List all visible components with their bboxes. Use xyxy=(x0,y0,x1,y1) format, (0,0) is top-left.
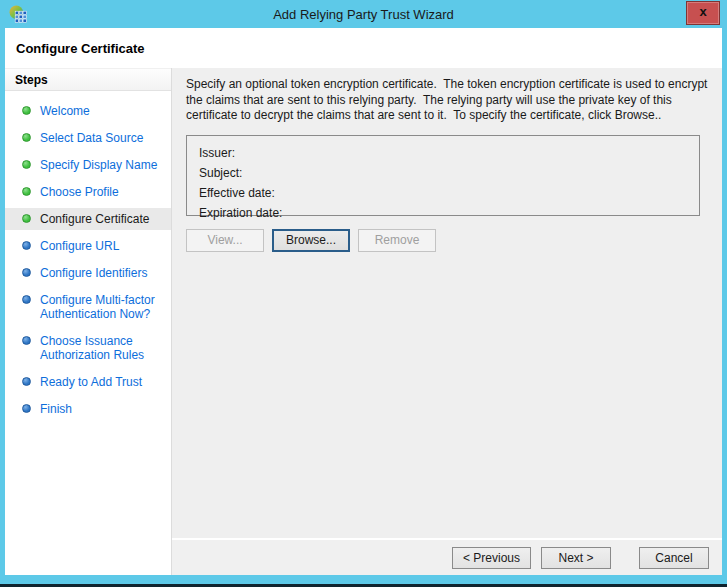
content-pane: Specify an optional token encryption cer… xyxy=(171,68,722,575)
sidebar-item-configure-identifiers: Configure Identifiers xyxy=(5,262,171,284)
sidebar-item-configure-mfa: Configure Multi-factor Authentication No… xyxy=(5,289,171,325)
step-complete-icon xyxy=(22,133,31,142)
steps-list: Welcome Select Data Source Specify Displ… xyxy=(5,91,171,425)
step-upcoming-icon xyxy=(22,377,31,386)
view-button: View... xyxy=(186,229,264,252)
cancel-button[interactable]: Cancel xyxy=(639,547,709,569)
step-upcoming-icon xyxy=(22,336,31,345)
close-icon: x xyxy=(699,4,706,19)
wizard-window: Add Relying Party Trust Wizard x Configu… xyxy=(0,0,727,587)
step-complete-icon xyxy=(22,106,31,115)
step-upcoming-icon xyxy=(22,268,31,277)
description-text: Specify an optional token encryption cer… xyxy=(186,77,710,124)
next-button[interactable]: Next > xyxy=(541,547,611,569)
remove-button: Remove xyxy=(358,229,436,252)
sidebar-item-configure-certificate[interactable]: Configure Certificate xyxy=(5,208,171,230)
certificate-effective-date-label: Effective date: xyxy=(199,183,687,203)
step-upcoming-icon xyxy=(22,404,31,413)
browse-button[interactable]: Browse... xyxy=(272,229,350,252)
steps-heading: Steps xyxy=(5,68,171,91)
sidebar-item-finish: Finish xyxy=(5,398,171,420)
step-upcoming-icon xyxy=(22,241,31,250)
previous-button[interactable]: < Previous xyxy=(452,547,531,569)
certificate-actions: View... Browse... Remove xyxy=(186,229,710,252)
certificate-issuer-label: Issuer: xyxy=(199,143,687,163)
wizard-footer: < Previous Next > Cancel xyxy=(172,538,722,575)
step-complete-icon xyxy=(22,160,31,169)
certificate-subject-label: Subject: xyxy=(199,163,687,183)
certificate-expiration-date-label: Expiration date: xyxy=(199,203,687,223)
sidebar-item-welcome[interactable]: Welcome xyxy=(5,100,171,122)
sidebar-item-specify-display-name[interactable]: Specify Display Name xyxy=(5,154,171,176)
steps-sidebar: Steps Welcome Select Data Source Specify… xyxy=(5,68,171,575)
step-complete-icon xyxy=(22,187,31,196)
sidebar-item-ready-to-add-trust: Ready to Add Trust xyxy=(5,371,171,393)
step-upcoming-icon xyxy=(22,295,31,304)
certificate-info-box: Issuer: Subject: Effective date: Expirat… xyxy=(186,135,700,216)
page-header: Configure Certificate xyxy=(5,28,722,68)
sidebar-item-choose-profile[interactable]: Choose Profile xyxy=(5,181,171,203)
titlebar[interactable]: Add Relying Party Trust Wizard x xyxy=(5,0,722,28)
wizard-frame: Configure Certificate Steps Welcome Sele… xyxy=(5,28,722,575)
sidebar-item-choose-issuance-rules: Choose Issuance Authorization Rules xyxy=(5,330,171,366)
close-button[interactable]: x xyxy=(686,1,720,25)
page-title: Configure Certificate xyxy=(16,41,145,56)
step-complete-icon xyxy=(22,214,31,223)
sidebar-item-configure-url: Configure URL xyxy=(5,235,171,257)
sidebar-item-select-data-source[interactable]: Select Data Source xyxy=(5,127,171,149)
window-title: Add Relying Party Trust Wizard xyxy=(5,7,722,22)
